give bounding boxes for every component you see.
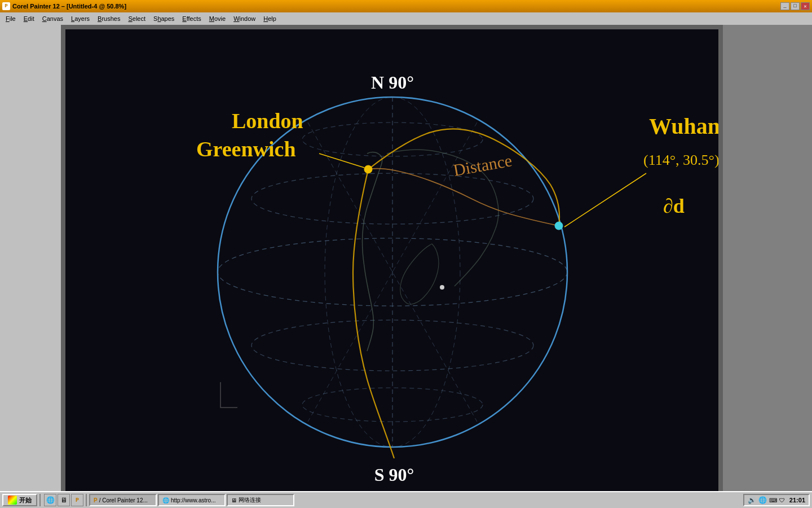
windows-logo-icon: [8, 496, 17, 505]
desktop-icon[interactable]: 🖥: [58, 494, 70, 506]
taskbar-separator: [39, 494, 41, 506]
window-controls[interactable]: _ □ ✕: [780, 2, 810, 10]
drawing-canvas: N 90° S 90° London Greenwich Wuhan (114°…: [65, 29, 718, 492]
start-label: 开始: [19, 496, 32, 505]
menu-shapes[interactable]: Shapes: [150, 14, 178, 23]
taskbar: 开始 🌐 🖥 P P / Corel Painter 12... 🌐 http:…: [0, 491, 812, 508]
network-taskbar-icon: 🖥: [231, 497, 237, 503]
svg-text:N 90°: N 90°: [371, 72, 414, 93]
quick-launch: 🌐 🖥 P: [44, 494, 83, 506]
menu-file[interactable]: File: [2, 14, 19, 23]
menu-brushes[interactable]: Brushes: [94, 14, 123, 23]
svg-point-13: [440, 285, 444, 290]
main-svg: N 90° S 90° London Greenwich Wuhan (114°…: [65, 29, 718, 492]
menu-layers[interactable]: Layers: [68, 14, 93, 23]
svg-point-12: [555, 222, 563, 230]
menu-edit[interactable]: Edit: [20, 14, 38, 23]
menubar: File Edit Canvas Layers Brushes Select S…: [0, 12, 812, 25]
menu-movie[interactable]: Movie: [206, 14, 229, 23]
tray-icon-2: 🌐: [758, 496, 767, 504]
tray-icon-4: 🛡: [779, 497, 785, 503]
taskbar-painter-label: / Corel Painter 12...: [99, 497, 148, 503]
svg-text:∂d: ∂d: [663, 195, 685, 217]
start-button[interactable]: 开始: [2, 494, 37, 506]
close-button[interactable]: ✕: [801, 2, 810, 10]
svg-text:(114°, 30.5°): (114°, 30.5°): [643, 152, 718, 168]
separator2: [86, 494, 87, 506]
titlebar: P Corel Painter 12 – [Untitled-4 @ 50.8%…: [0, 0, 812, 12]
painter-taskbar-icon: P: [94, 497, 98, 503]
taskbar-browser-label: http://www.astro...: [171, 497, 215, 503]
taskbar-browser[interactable]: 🌐 http://www.astro...: [158, 494, 226, 506]
browser-taskbar-icon: 🌐: [162, 497, 169, 503]
taskbar-painter[interactable]: P / Corel Painter 12...: [89, 494, 157, 506]
svg-text:Greenwich: Greenwich: [196, 137, 296, 161]
svg-point-11: [364, 165, 372, 173]
maximize-button[interactable]: □: [791, 2, 800, 10]
canvas-area: N 90° S 90° London Greenwich Wuhan (114°…: [61, 25, 723, 497]
svg-rect-0: [65, 29, 718, 492]
tray-time: 21:01: [789, 497, 805, 503]
painter-quick-icon[interactable]: P: [71, 494, 83, 506]
titlebar-left: P Corel Painter 12 – [Untitled-4 @ 50.8%…: [2, 2, 126, 10]
taskbar-network[interactable]: 🖥 网络连接: [227, 494, 294, 506]
menu-canvas[interactable]: Canvas: [39, 14, 67, 23]
window-title: Corel Painter 12 – [Untitled-4 @ 50.8%]: [12, 3, 126, 10]
app-icon: P: [2, 2, 10, 10]
svg-text:Wuhan: Wuhan: [649, 113, 718, 139]
menu-help[interactable]: Help: [260, 14, 280, 23]
ie-icon[interactable]: 🌐: [44, 494, 56, 506]
minimize-button[interactable]: _: [780, 2, 789, 10]
svg-text:London: London: [232, 109, 303, 133]
menu-window[interactable]: Window: [230, 14, 259, 23]
left-toolbar: [0, 25, 61, 497]
taskbar-network-label: 网络连接: [239, 496, 261, 504]
menu-select[interactable]: Select: [125, 14, 149, 23]
tray-icon-1: 🔊: [748, 496, 756, 504]
svg-text:S 90°: S 90°: [374, 465, 414, 485]
system-tray: 🔊 🌐 ⌨ 🛡 21:01: [743, 494, 810, 506]
tray-icon-3: ⌨: [769, 497, 777, 503]
menu-effects[interactable]: Effects: [179, 14, 204, 23]
